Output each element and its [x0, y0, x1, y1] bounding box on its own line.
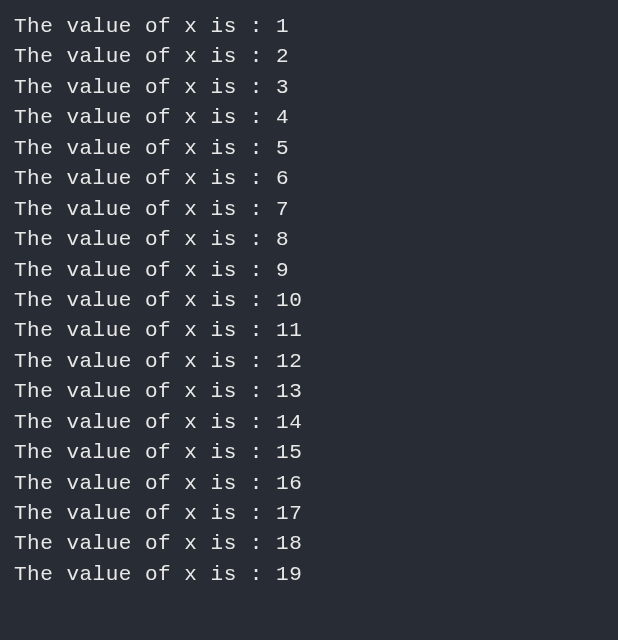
output-line: The value of x is : 12	[14, 347, 604, 377]
output-value: 19	[276, 563, 302, 586]
output-prefix: The value of x is :	[14, 350, 276, 373]
output-prefix: The value of x is :	[14, 259, 276, 282]
output-line: The value of x is : 13	[14, 377, 604, 407]
output-value: 7	[276, 198, 289, 221]
output-prefix: The value of x is :	[14, 106, 276, 129]
output-prefix: The value of x is :	[14, 380, 276, 403]
output-line: The value of x is : 11	[14, 316, 604, 346]
output-prefix: The value of x is :	[14, 411, 276, 434]
output-prefix: The value of x is :	[14, 167, 276, 190]
output-value: 8	[276, 228, 289, 251]
output-value: 11	[276, 319, 302, 342]
output-prefix: The value of x is :	[14, 228, 276, 251]
output-line: The value of x is : 18	[14, 529, 604, 559]
output-value: 18	[276, 532, 302, 555]
output-value: 9	[276, 259, 289, 282]
output-prefix: The value of x is :	[14, 502, 276, 525]
output-value: 5	[276, 137, 289, 160]
output-prefix: The value of x is :	[14, 76, 276, 99]
output-prefix: The value of x is :	[14, 198, 276, 221]
output-line: The value of x is : 16	[14, 469, 604, 499]
terminal-output: The value of x is : 1 The value of x is …	[14, 12, 604, 590]
output-line: The value of x is : 7	[14, 195, 604, 225]
output-value: 14	[276, 411, 302, 434]
output-line: The value of x is : 3	[14, 73, 604, 103]
output-prefix: The value of x is :	[14, 441, 276, 464]
output-prefix: The value of x is :	[14, 137, 276, 160]
output-line: The value of x is : 5	[14, 134, 604, 164]
output-value: 17	[276, 502, 302, 525]
output-value: 12	[276, 350, 302, 373]
output-value: 1	[276, 15, 289, 38]
output-value: 13	[276, 380, 302, 403]
output-value: 15	[276, 441, 302, 464]
output-value: 2	[276, 45, 289, 68]
output-prefix: The value of x is :	[14, 532, 276, 555]
output-line: The value of x is : 2	[14, 42, 604, 72]
output-line: The value of x is : 8	[14, 225, 604, 255]
output-value: 6	[276, 167, 289, 190]
output-prefix: The value of x is :	[14, 45, 276, 68]
output-prefix: The value of x is :	[14, 563, 276, 586]
output-line: The value of x is : 9	[14, 256, 604, 286]
output-line: The value of x is : 19	[14, 560, 604, 590]
output-line: The value of x is : 4	[14, 103, 604, 133]
output-line: The value of x is : 15	[14, 438, 604, 468]
output-line: The value of x is : 6	[14, 164, 604, 194]
output-prefix: The value of x is :	[14, 289, 276, 312]
output-line: The value of x is : 14	[14, 408, 604, 438]
output-prefix: The value of x is :	[14, 15, 276, 38]
output-value: 10	[276, 289, 302, 312]
output-line: The value of x is : 17	[14, 499, 604, 529]
output-prefix: The value of x is :	[14, 472, 276, 495]
output-value: 3	[276, 76, 289, 99]
output-line: The value of x is : 1	[14, 12, 604, 42]
output-value: 4	[276, 106, 289, 129]
output-line: The value of x is : 10	[14, 286, 604, 316]
output-prefix: The value of x is :	[14, 319, 276, 342]
output-value: 16	[276, 472, 302, 495]
